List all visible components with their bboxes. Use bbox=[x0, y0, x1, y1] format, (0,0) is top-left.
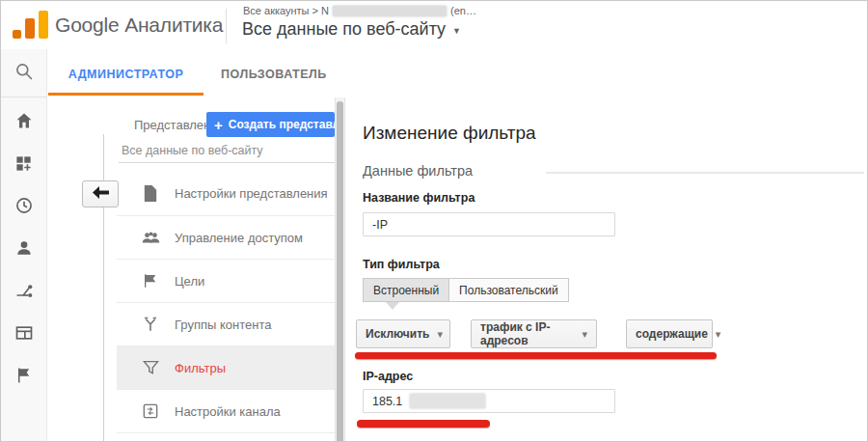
menu-item-label: Фильтры bbox=[175, 361, 226, 375]
nav-home[interactable] bbox=[1, 101, 46, 144]
nav-customization[interactable] bbox=[1, 144, 46, 186]
filter-type-label: Тип фильтра bbox=[363, 258, 440, 271]
branch-network-icon bbox=[14, 281, 34, 304]
ip-address-label: IP-адрес bbox=[363, 370, 413, 383]
google-analytics-logo-icon[interactable] bbox=[11, 9, 57, 40]
selected-segment-pointer bbox=[386, 302, 399, 310]
filter-source-dropdown[interactable]: трафик с IP-адресов ▾ bbox=[471, 319, 597, 348]
breadcrumb[interactable]: Все аккаунты > N (en… bbox=[243, 5, 476, 16]
redacted-ip-suffix bbox=[410, 394, 485, 408]
nav-conversions[interactable] bbox=[1, 356, 46, 399]
breadcrumb-suffix: (en… bbox=[450, 5, 476, 16]
filter-type-option-custom[interactable]: Пользовательский bbox=[449, 278, 569, 302]
filter-type-segmented-control: Встроенный Пользовательский bbox=[363, 278, 569, 302]
nav-realtime[interactable] bbox=[1, 186, 46, 229]
grid-plus-icon bbox=[14, 154, 33, 177]
create-view-button[interactable]: + Создать представл bbox=[206, 112, 335, 137]
menu-item-ecommerce-settings[interactable]: Настройки электронной торговли bbox=[117, 432, 335, 442]
nav-acquisition[interactable] bbox=[1, 271, 46, 314]
funnel-icon bbox=[141, 360, 160, 375]
header-divider bbox=[226, 9, 227, 43]
filter-name-input[interactable] bbox=[363, 212, 615, 236]
chevron-down-icon: ▼ bbox=[452, 23, 461, 36]
collapse-back-button[interactable] bbox=[82, 180, 119, 207]
menu-item-user-management[interactable]: Управление доступом bbox=[117, 215, 335, 259]
page-title: Изменение фильтра bbox=[363, 123, 536, 144]
back-arrow-icon bbox=[93, 185, 109, 203]
section-title: Данные фильтра bbox=[363, 163, 473, 179]
google-analytics-admin-screen: Google Аналитика Все аккаунты > N (en… В… bbox=[0, 0, 868, 442]
menu-item-channel-settings[interactable]: Настройки канала bbox=[117, 389, 335, 432]
app-title: Google Аналитика bbox=[55, 14, 223, 37]
annotation-underline-dropdowns bbox=[355, 352, 717, 359]
people-icon bbox=[141, 231, 160, 244]
filter-source-value: трафик с IP-адресов bbox=[480, 320, 574, 347]
browser-window-icon bbox=[14, 323, 34, 346]
menu-item-view-settings[interactable]: Настройки представления bbox=[117, 172, 335, 215]
view-selector-dropdown[interactable]: Все данные по веб-сайту bbox=[122, 144, 334, 157]
channel-icon bbox=[141, 403, 160, 419]
menu-item-filters[interactable]: Фильтры bbox=[117, 345, 335, 389]
redacted-account-name bbox=[333, 6, 447, 16]
menu-item-content-grouping[interactable]: Группы контента bbox=[117, 302, 335, 345]
search-icon bbox=[14, 62, 34, 85]
global-nav-strip bbox=[1, 49, 47, 442]
flag-icon bbox=[141, 273, 160, 289]
logo-bar-tall bbox=[39, 11, 48, 39]
logo-bar-mid bbox=[25, 18, 35, 39]
nav-behavior[interactable] bbox=[1, 314, 46, 356]
menu-item-label: Управление доступом bbox=[175, 231, 303, 245]
chevron-down-icon: ▾ bbox=[437, 328, 443, 341]
flag-icon bbox=[15, 367, 33, 388]
filter-expression-dropdown[interactable]: содержащие ▾ bbox=[626, 319, 713, 348]
tab-user[interactable]: ПОЛЬЗОВАТЕЛЬ bbox=[221, 68, 327, 81]
logo-dot bbox=[13, 30, 21, 39]
active-tab-underline bbox=[48, 93, 203, 96]
breadcrumb-prefix: Все аккаунты > N bbox=[243, 5, 329, 16]
section-rule bbox=[546, 172, 864, 174]
property-selector[interactable]: Все данные по веб-сайту ▼ bbox=[242, 19, 461, 40]
tab-administrator[interactable]: АДМИНИСТРАТОР bbox=[48, 59, 203, 96]
branch-icon bbox=[141, 317, 160, 332]
create-view-label: Создать представл bbox=[229, 118, 335, 131]
view-settings-menu: Настройки представления Управление досту… bbox=[117, 172, 335, 442]
filter-type-option-builtin[interactable]: Встроенный bbox=[363, 278, 449, 302]
menu-item-label: Группы контента bbox=[175, 318, 271, 332]
clock-icon bbox=[14, 196, 34, 219]
chevron-down-icon: ▾ bbox=[716, 328, 721, 341]
app-header: Google Аналитика Все аккаунты > N (en… В… bbox=[1, 1, 868, 49]
file-icon bbox=[141, 185, 160, 202]
ip-address-input[interactable]: 185.1 bbox=[363, 389, 615, 413]
ip-address-value: 185.1 bbox=[372, 395, 402, 408]
panel-divider bbox=[119, 162, 335, 163]
annotation-underline-ip bbox=[357, 420, 490, 428]
search-button[interactable] bbox=[1, 49, 46, 97]
menu-item-label: Цели bbox=[175, 274, 204, 289]
panel-scrollbar-thumb[interactable] bbox=[337, 101, 343, 442]
menu-item-label: Настройки канала bbox=[175, 404, 281, 419]
menu-item-goals[interactable]: Цели bbox=[117, 259, 335, 302]
home-icon bbox=[14, 111, 34, 134]
menu-item-label: Настройки представления bbox=[175, 186, 328, 201]
chevron-down-icon: ▾ bbox=[582, 328, 587, 341]
person-icon bbox=[14, 238, 34, 262]
filter-expression-value: содержащие bbox=[636, 327, 708, 341]
filter-name-label: Название фильтра bbox=[363, 191, 475, 205]
property-title: Все данные по веб-сайту bbox=[242, 19, 446, 40]
filter-action-value: Исключить bbox=[366, 327, 429, 341]
nav-audience[interactable] bbox=[1, 229, 46, 271]
plus-icon: + bbox=[214, 117, 223, 133]
filter-action-dropdown[interactable]: Исключить ▾ bbox=[356, 319, 450, 348]
